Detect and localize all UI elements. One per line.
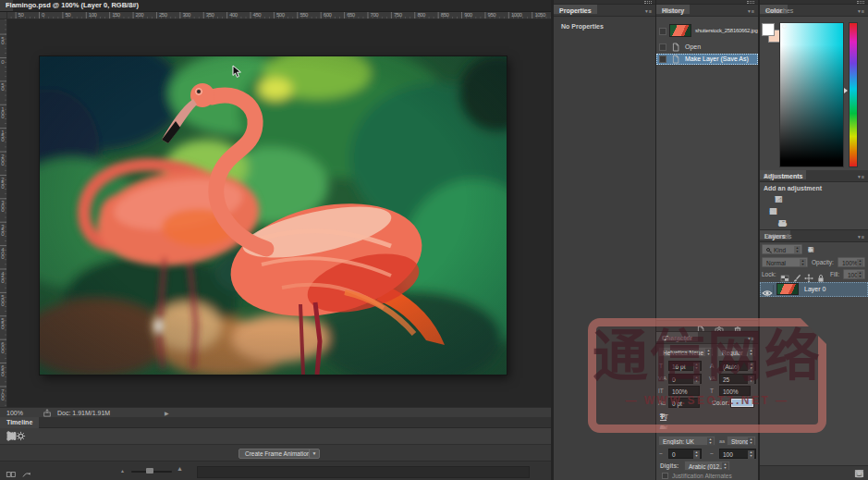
fill-field[interactable]: 100% xyxy=(843,269,865,279)
timeline-track[interactable] xyxy=(197,466,530,478)
frames-view-icon[interactable] xyxy=(6,466,17,475)
layer-name: Layer 0 xyxy=(804,286,825,292)
text-style-button[interactable]: T xyxy=(660,412,665,421)
ruler-label: 750 xyxy=(394,12,402,18)
font-family-select[interactable]: Helvetica Neue W... xyxy=(658,347,714,357)
adjustments-tab-row: Libraries Adjustments Styles xyxy=(760,170,868,182)
layer-row-layer0[interactable]: Layer 0 xyxy=(760,282,868,297)
timeline-zoom-handle[interactable] xyxy=(146,468,153,474)
tab-properties[interactable]: Properties xyxy=(554,5,597,14)
kerning-icon: V/A xyxy=(658,375,666,381)
lock-transparent-pixels-icon[interactable] xyxy=(780,270,789,279)
dropdown-arrows-icon xyxy=(722,462,728,471)
horizontal-ruler[interactable]: 5005010015020025030035040045050055060065… xyxy=(7,12,551,19)
new-document-from-state-icon[interactable] xyxy=(695,322,706,331)
mouse-cursor xyxy=(232,65,243,79)
panel-menu-icon[interactable] xyxy=(858,174,865,179)
ruler-label: 150 xyxy=(112,12,120,18)
history-state-row[interactable]: Open xyxy=(656,42,758,53)
filter-smart-objects-icon[interactable]: ◆ xyxy=(808,244,813,254)
hue-slider[interactable] xyxy=(849,22,858,167)
blend-mode-select[interactable]: Normal xyxy=(762,257,808,267)
language-select[interactable]: English: UK xyxy=(658,436,715,446)
opacity-field[interactable]: 100% xyxy=(837,257,865,267)
layer-filter-select[interactable]: Kind xyxy=(762,244,802,254)
history-brush-source-checkbox[interactable] xyxy=(659,55,666,63)
foreground-color-swatch[interactable] xyxy=(762,23,775,36)
ruler-label: 600 xyxy=(324,12,332,18)
collapse-dots-icon[interactable] xyxy=(747,1,754,4)
ruler-label: 350 xyxy=(206,12,214,18)
ruler-label: 450 xyxy=(253,12,262,18)
transition-button[interactable] xyxy=(6,431,18,441)
create-frame-animation-button[interactable]: Create Frame Animation xyxy=(238,449,316,459)
delete-layer-icon[interactable] xyxy=(854,469,864,478)
vertical-scale-field[interactable]: 100% xyxy=(668,386,700,396)
panel-menu-icon[interactable] xyxy=(748,336,755,341)
tab-actions[interactable]: Actions xyxy=(656,5,689,14)
tab-swatches[interactable]: Swatches xyxy=(760,5,799,14)
panel-menu-icon[interactable] xyxy=(858,234,865,240)
digits-select[interactable]: Arabic (012... xyxy=(684,461,730,471)
zoom-out-thumbnail-icon[interactable]: ▲ xyxy=(120,468,125,474)
anti-alias-select[interactable]: Strong xyxy=(727,436,756,446)
collapse-dots-icon[interactable] xyxy=(644,1,652,4)
lock-position-icon[interactable] xyxy=(804,270,813,279)
new-snapshot-icon[interactable] xyxy=(714,322,725,331)
vertical-ruler[interactable]: 5005010015020025030035040045050055060065… xyxy=(0,19,7,407)
timeline-toolbar xyxy=(0,428,551,445)
collapse-dots-icon[interactable] xyxy=(857,1,864,4)
lock-image-pixels-icon[interactable] xyxy=(792,270,801,279)
layer-visibility-toggle[interactable] xyxy=(762,285,774,294)
delete-state-icon[interactable] xyxy=(732,322,743,331)
zoom-in-thumbnail-icon[interactable]: ▲ xyxy=(177,465,183,472)
vibrance-icon[interactable]: ▽ xyxy=(775,194,781,204)
canvas-area[interactable] xyxy=(7,19,551,407)
history-state-icon xyxy=(671,55,680,64)
layer-thumbnail[interactable] xyxy=(776,283,799,295)
tab-timeline[interactable]: Timeline xyxy=(0,417,39,428)
color-picker-marker[interactable] xyxy=(782,24,787,29)
justification-alternates-checkbox[interactable] xyxy=(662,473,668,479)
no-properties-text: No Properties xyxy=(561,23,604,30)
kashida-long-field[interactable]: 100 xyxy=(719,449,756,459)
tab-paths[interactable]: Paths xyxy=(760,230,786,240)
panel-menu-icon[interactable] xyxy=(748,8,755,14)
character-panel: Character Paragraph Helvetica Neue W... … xyxy=(656,331,758,480)
tab-paragraph[interactable]: Paragraph xyxy=(656,332,698,341)
kerning-field[interactable]: 0 xyxy=(668,374,702,384)
opentype-feature-button[interactable]: ½ xyxy=(660,425,665,430)
font-style-select[interactable]: Regular xyxy=(717,347,756,357)
dropdown-arrows-icon xyxy=(748,349,754,357)
history-brush-source-checkbox[interactable] xyxy=(659,43,666,51)
panel-menu-icon[interactable] xyxy=(645,8,653,14)
history-state-row[interactable]: Make Layer (Save As) xyxy=(656,54,758,65)
document-tab[interactable]: ×Flamingo.psd @ 100% (Layer 0, RGB/8#) xyxy=(0,0,13,11)
create-animation-dropdown-icon[interactable]: ▼ xyxy=(309,449,320,459)
gradient-map-icon[interactable]: ▬ xyxy=(778,218,787,228)
ruler-label: 200 xyxy=(0,154,6,165)
timeline-panel-header: Timeline xyxy=(0,417,551,428)
ruler-label: 250 xyxy=(159,12,167,18)
snapshot-thumbnail[interactable] xyxy=(669,24,691,37)
hue-slider-marker[interactable] xyxy=(844,88,848,93)
tracking-field[interactable]: 25 xyxy=(719,374,756,384)
export-icon[interactable] xyxy=(43,409,52,417)
flamingo-photo[interactable] xyxy=(40,56,507,375)
panel-menu-icon[interactable] xyxy=(858,8,865,14)
baseline-shift-field[interactable]: 0 pt xyxy=(668,398,700,408)
leading-field[interactable]: (Auto) xyxy=(719,361,756,371)
font-size-field[interactable]: 16 pt xyxy=(668,361,702,371)
history-snapshot-row[interactable]: shutterstock_258160662.jpg xyxy=(656,24,758,39)
text-color-swatch[interactable] xyxy=(730,398,754,408)
tab-styles[interactable]: Styles xyxy=(760,170,785,179)
saturation-brightness-field[interactable] xyxy=(779,22,844,167)
horizontal-scale-field[interactable]: 100% xyxy=(719,386,751,396)
kashida-short-field[interactable]: 0 xyxy=(668,449,702,459)
zoom-level[interactable]: 100% xyxy=(6,410,23,416)
status-flyout-arrow-icon[interactable]: ▶ xyxy=(165,410,169,416)
lock-all-icon[interactable] xyxy=(816,270,825,279)
history-brush-source-checkbox[interactable] xyxy=(659,28,666,35)
shuttle-icon[interactable] xyxy=(21,466,32,475)
color-lookup-icon[interactable]: ▥ xyxy=(769,206,777,216)
